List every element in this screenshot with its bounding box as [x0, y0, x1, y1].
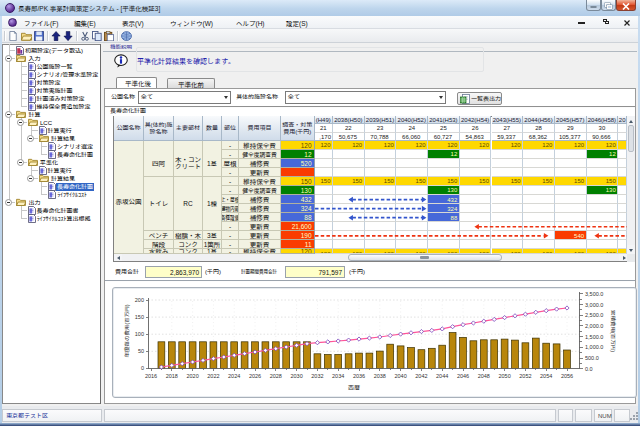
- svg-text:2052: 2052: [519, 372, 531, 380]
- svg-text:2044: 2044: [436, 372, 448, 380]
- svg-text:50: 50: [138, 347, 144, 355]
- svg-text:1,500.0: 1,500.0: [585, 333, 603, 341]
- svg-text:2048: 2048: [478, 372, 490, 380]
- svg-text:0: 0: [141, 364, 144, 372]
- svg-text:累積費用(百万円): 累積費用(百万円): [609, 310, 617, 352]
- svg-text:西暦: 西暦: [348, 383, 360, 392]
- svg-text:2026: 2026: [249, 372, 261, 380]
- svg-text:2020: 2020: [186, 372, 198, 380]
- svg-text:3,000.0: 3,000.0: [585, 301, 603, 309]
- svg-text:2042: 2042: [415, 372, 427, 380]
- svg-text:2036: 2036: [353, 372, 365, 380]
- svg-text:年度毎の費用(百万円): 年度毎の費用(百万円): [123, 304, 131, 357]
- svg-text:2018: 2018: [166, 372, 178, 380]
- svg-text:2038: 2038: [374, 372, 386, 380]
- svg-text:2046: 2046: [457, 372, 469, 380]
- svg-text:1,000.0: 1,000.0: [585, 343, 603, 351]
- svg-text:2054: 2054: [540, 372, 552, 380]
- svg-text:2,000.0: 2,000.0: [585, 322, 603, 330]
- svg-text:2022: 2022: [207, 372, 219, 380]
- svg-text:3,500.0: 3,500.0: [585, 290, 603, 298]
- svg-text:0.0: 0.0: [585, 365, 593, 373]
- svg-text:2024: 2024: [228, 372, 240, 380]
- svg-text:2040: 2040: [394, 372, 406, 380]
- svg-text:2034: 2034: [332, 372, 344, 380]
- svg-text:2032: 2032: [311, 372, 323, 380]
- svg-text:2016: 2016: [145, 372, 157, 380]
- svg-text:2028: 2028: [270, 372, 282, 380]
- svg-text:500.0: 500.0: [585, 354, 599, 362]
- svg-text:150: 150: [135, 313, 144, 321]
- svg-text:2,500.0: 2,500.0: [585, 311, 603, 319]
- svg-text:2050: 2050: [498, 372, 510, 380]
- svg-text:2030: 2030: [290, 372, 302, 380]
- svg-text:100: 100: [135, 330, 144, 338]
- svg-text:2056: 2056: [561, 372, 573, 380]
- svg-text:200: 200: [135, 296, 144, 304]
